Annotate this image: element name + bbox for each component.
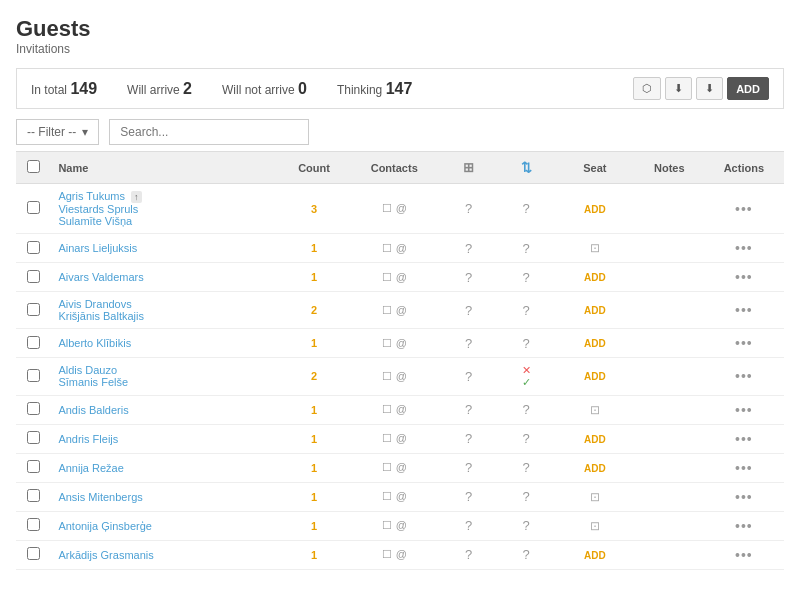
select-all-checkbox[interactable] (27, 160, 40, 173)
row-checkbox[interactable] (27, 547, 40, 560)
email-icon: @ (396, 337, 407, 349)
actions-menu-button[interactable]: ••• (735, 402, 753, 418)
add-seat-link[interactable]: ADD (584, 338, 606, 349)
row-checkbox[interactable] (27, 369, 40, 382)
actions-cell[interactable]: ••• (704, 453, 784, 482)
grid-icon-header[interactable]: ⊞ (440, 152, 497, 184)
page-title: Guests (16, 16, 784, 42)
seat-cell[interactable]: ADD (555, 453, 635, 482)
count-cell: 1 (280, 482, 349, 511)
guest-name-secondary[interactable]: Sulamīte Višņa (58, 215, 271, 227)
seat-cell[interactable]: ADD (555, 424, 635, 453)
guest-name-primary[interactable]: Alberto Klībikis (58, 337, 271, 349)
count-cell: 1 (280, 424, 349, 453)
download2-button[interactable]: ⬇ (696, 77, 723, 100)
add-seat-link[interactable]: ADD (584, 434, 606, 445)
guest-name-primary[interactable]: Ainars Lieljuksis (58, 242, 271, 254)
actions-menu-button[interactable]: ••• (735, 368, 753, 384)
add-seat-link[interactable]: ADD (584, 204, 606, 215)
count-value: 1 (311, 462, 317, 474)
row-checkbox[interactable] (27, 270, 40, 283)
q2-value: ? (522, 402, 529, 417)
row-checkbox[interactable] (27, 518, 40, 531)
count-cell: 1 (280, 511, 349, 540)
row-checkbox[interactable] (27, 431, 40, 444)
actions-cell[interactable]: ••• (704, 358, 784, 395)
guest-name-primary[interactable]: Aldis Dauzo (58, 364, 271, 376)
actions-menu-button[interactable]: ••• (735, 240, 753, 256)
actions-menu-button[interactable]: ••• (735, 518, 753, 534)
q2-cell: ? (497, 329, 554, 358)
actions-menu-button[interactable]: ••• (735, 269, 753, 285)
q1-value: ? (465, 336, 472, 351)
seat-cell[interactable]: ADD (555, 263, 635, 292)
actions-menu-button[interactable]: ••• (735, 201, 753, 217)
add-button[interactable]: ADD (727, 77, 769, 100)
name-cell: Ansis Mitenbergs (50, 482, 279, 511)
actions-cell[interactable]: ••• (704, 329, 784, 358)
add-seat-link[interactable]: ADD (584, 371, 606, 382)
guest-name-primary[interactable]: Andris Fleijs (58, 433, 271, 445)
guest-name-secondary[interactable]: Krišjānis Baltkajis (58, 310, 271, 322)
guest-name-primary[interactable]: Antonija Ģinsberģe (58, 520, 271, 532)
actions-cell[interactable]: ••• (704, 395, 784, 424)
guest-name-primary[interactable]: Agris Tukums ↑ (58, 190, 271, 203)
row-checkbox[interactable] (27, 489, 40, 502)
guest-name-secondary[interactable]: Viestards Spruls (58, 203, 271, 215)
actions-cell[interactable]: ••• (704, 540, 784, 569)
row-checkbox[interactable] (27, 336, 40, 349)
filter-dropdown[interactable]: -- Filter -- ▾ (16, 119, 99, 145)
table-row: Agris Tukums ↑Viestards SprulsSulamīte V… (16, 184, 784, 234)
download1-button[interactable]: ⬇ (665, 77, 692, 100)
row-checkbox[interactable] (27, 460, 40, 473)
q2-value: ? (522, 547, 529, 562)
row-checkbox[interactable] (27, 241, 40, 254)
guest-name-primary[interactable]: Ansis Mitenbergs (58, 491, 271, 503)
phone-icon: ☐ (382, 519, 392, 531)
guest-name-primary[interactable]: Andis Balderis (58, 404, 271, 416)
add-seat-link[interactable]: ADD (584, 272, 606, 283)
filter-bar: -- Filter -- ▾ (16, 119, 784, 145)
guest-name-primary[interactable]: Annija Režae (58, 462, 271, 474)
guest-name-primary[interactable]: Aivis Drandovs (58, 298, 271, 310)
seat-cell[interactable]: ADD (555, 540, 635, 569)
actions-cell[interactable]: ••• (704, 424, 784, 453)
add-seat-link[interactable]: ADD (584, 305, 606, 316)
actions-cell[interactable]: ••• (704, 292, 784, 329)
actions-cell[interactable]: ••• (704, 234, 784, 263)
q2-cell: ? (497, 184, 554, 234)
table-row: Ansis Mitenbergs1☐@??⊡••• (16, 482, 784, 511)
count-value: 2 (311, 370, 317, 382)
share-button[interactable]: ⬡ (633, 77, 661, 100)
seat-cell[interactable]: ADD (555, 358, 635, 395)
notes-cell (635, 453, 704, 482)
name-cell: Alberto Klībikis (50, 329, 279, 358)
q2-value: ? (522, 518, 529, 533)
actions-menu-button[interactable]: ••• (735, 547, 753, 563)
add-seat-link[interactable]: ADD (584, 463, 606, 474)
actions-menu-button[interactable]: ••• (735, 489, 753, 505)
sort-icon-header[interactable]: ⇅ (497, 152, 554, 184)
actions-cell[interactable]: ••• (704, 511, 784, 540)
table-header-row: Name Count Contacts ⊞ ⇅ Seat Notes Actio… (16, 152, 784, 184)
actions-cell[interactable]: ••• (704, 482, 784, 511)
guest-name-primary[interactable]: Aivars Valdemars (58, 271, 271, 283)
actions-cell[interactable]: ••• (704, 263, 784, 292)
add-seat-link[interactable]: ADD (584, 550, 606, 561)
row-checkbox[interactable] (27, 402, 40, 415)
actions-menu-button[interactable]: ••• (735, 335, 753, 351)
seat-cell[interactable]: ADD (555, 292, 635, 329)
actions-menu-button[interactable]: ••• (735, 460, 753, 476)
seat-cell[interactable]: ADD (555, 184, 635, 234)
actions-menu-button[interactable]: ••• (735, 302, 753, 318)
row-checkbox[interactable] (27, 201, 40, 214)
cross-mark: ✕ (522, 364, 531, 376)
row-checkbox[interactable] (27, 303, 40, 316)
guest-name-primary[interactable]: Arkādijs Grasmanis (58, 549, 271, 561)
actions-cell[interactable]: ••• (704, 184, 784, 234)
search-input[interactable] (109, 119, 309, 145)
count-cell: 1 (280, 540, 349, 569)
seat-cell[interactable]: ADD (555, 329, 635, 358)
actions-menu-button[interactable]: ••• (735, 431, 753, 447)
guest-name-secondary[interactable]: Sīmanis Felše (58, 376, 271, 388)
